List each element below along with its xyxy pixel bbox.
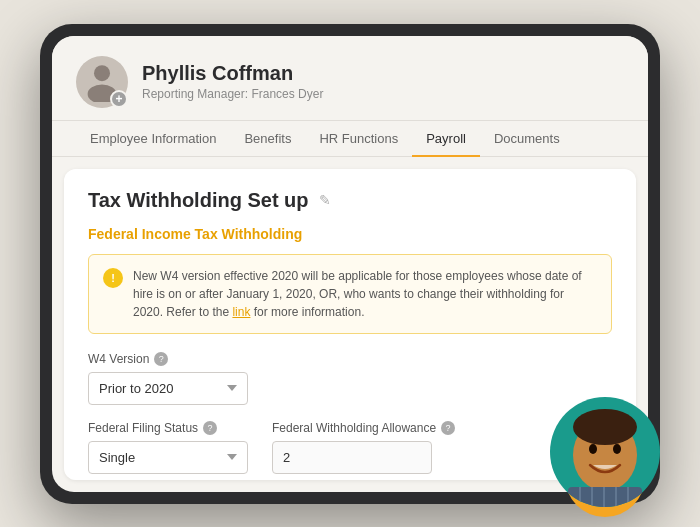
- banner-link[interactable]: link: [232, 305, 250, 319]
- svg-point-0: [94, 65, 110, 81]
- page-title: Tax Withholding Set up: [88, 189, 309, 212]
- withholding-allowance-label: Federal Withholding Allowance ?: [272, 421, 455, 435]
- tab-payroll[interactable]: Payroll: [412, 121, 480, 156]
- section-title: Federal Income Tax Withholding: [88, 226, 612, 242]
- w4-version-help-icon[interactable]: ?: [154, 352, 168, 366]
- person-face: [550, 397, 660, 507]
- deco-teal-circle: [550, 397, 660, 507]
- banner-text-after: for more information.: [250, 305, 364, 319]
- tab-hr-functions[interactable]: HR Functions: [305, 121, 412, 156]
- federal-filing-status-help-icon[interactable]: ?: [203, 421, 217, 435]
- person-face-svg: [550, 397, 660, 507]
- nav-tabs: Employee Information Benefits HR Functio…: [52, 121, 648, 157]
- withholding-allowance-input[interactable]: [272, 441, 432, 474]
- profile-info: Phyllis Coffman Reporting Manager: Franc…: [142, 62, 323, 101]
- w4-version-select[interactable]: Prior to 2020 2020 or Later: [88, 372, 248, 405]
- tab-employee-information[interactable]: Employee Information: [76, 121, 230, 156]
- form-row-2: Federal Filing Status ? Single Married H…: [88, 421, 612, 480]
- main-content: Tax Withholding Set up ✎ Federal Income …: [64, 169, 636, 480]
- page-title-row: Tax Withholding Set up ✎: [88, 189, 612, 212]
- profile-name: Phyllis Coffman: [142, 62, 323, 85]
- withholding-allowance-help-icon[interactable]: ?: [441, 421, 455, 435]
- svg-point-5: [613, 444, 621, 454]
- svg-point-3: [573, 409, 637, 445]
- w4-version-label: W4 Version ?: [88, 352, 612, 366]
- profile-header: + Phyllis Coffman Reporting Manager: Fra…: [52, 36, 648, 121]
- info-icon: !: [103, 268, 123, 288]
- federal-filing-status-label: Federal Filing Status ?: [88, 421, 248, 435]
- federal-filing-status-select[interactable]: Single Married Head of Household: [88, 441, 248, 474]
- banner-text: New W4 version effective 2020 will be ap…: [133, 267, 597, 321]
- avatar-wrapper: +: [76, 56, 128, 108]
- withholding-allowance-group: Federal Withholding Allowance ? Optional: [272, 421, 455, 480]
- avatar-add-badge: +: [110, 90, 128, 108]
- tab-documents[interactable]: Documents: [480, 121, 574, 156]
- profile-subtitle: Reporting Manager: Frances Dyer: [142, 87, 323, 101]
- tab-benefits[interactable]: Benefits: [230, 121, 305, 156]
- edit-icon[interactable]: ✎: [319, 192, 331, 208]
- w4-version-group: W4 Version ? Prior to 2020 2020 or Later: [88, 352, 612, 405]
- info-banner: ! New W4 version effective 2020 will be …: [88, 254, 612, 334]
- federal-filing-status-group: Federal Filing Status ? Single Married H…: [88, 421, 248, 480]
- svg-point-4: [589, 444, 597, 454]
